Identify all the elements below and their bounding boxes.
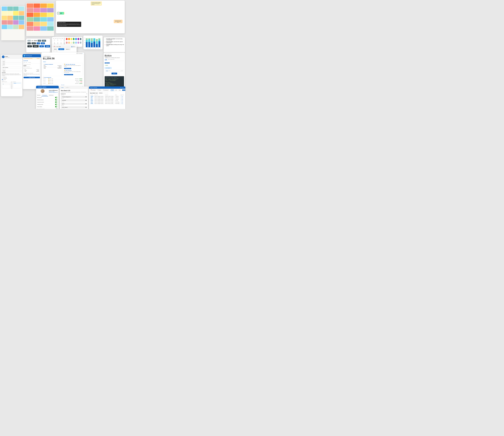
all-items-radio[interactable]: All items	[2, 79, 21, 80]
list-btn[interactable]: List	[115, 89, 117, 91]
tab-permissions[interactable]: Permissions	[41, 94, 48, 96]
contact-email[interactable]: aarillowson@gmail.com	[49, 92, 58, 93]
cal-day-cell[interactable]: 12	[59, 43, 63, 44]
enable-reminders-btn[interactable]: Enable rent reminders	[64, 74, 73, 75]
batch-item-cell: Actual vs. Budget Comparis...	[94, 103, 105, 104]
iteration-select[interactable]: Entities	[2, 70, 21, 72]
schedule-btn[interactable]: 📅 Schedule	[90, 89, 96, 91]
controls-tab[interactable]: Controls	[114, 77, 117, 78]
selected-item[interactable]: Entities	[13, 83, 21, 84]
button-seg[interactable]: Button	[53, 48, 58, 50]
aa-large-btn[interactable]: AA	[27, 45, 32, 47]
cal-day-cell[interactable]: 5	[59, 42, 63, 43]
permission-toggle[interactable]	[55, 104, 58, 105]
view-btn[interactable]: View	[111, 89, 114, 91]
color-swatch[interactable]	[80, 42, 81, 44]
grid-icon[interactable]: ⊞	[122, 87, 123, 88]
tab-notifications[interactable]: Notifications	[48, 94, 54, 96]
contact-phone[interactable]: (310) 123-4567	[49, 91, 58, 92]
aa-darker-btn[interactable]: AA	[27, 42, 31, 44]
color-swatch[interactable]	[68, 42, 70, 44]
include-radio-btn[interactable]	[2, 77, 3, 78]
color-swatch[interactable]	[77, 38, 79, 40]
permission-toggle[interactable]	[55, 106, 58, 107]
move-left-btn[interactable]: ‹	[11, 83, 12, 85]
username-select[interactable]: lgreen	[2, 63, 21, 65]
all-items-radio-btn[interactable]	[2, 79, 3, 80]
actions-tab[interactable]: Actions	[111, 77, 113, 78]
aaa-darker-btn[interactable]: AAA	[32, 42, 36, 44]
user-icon[interactable]: ☺	[123, 87, 124, 88]
database-select[interactable]: FBLR_Manual	[2, 67, 21, 68]
color-swatch[interactable]	[71, 42, 72, 44]
username-select[interactable]: lgreen	[61, 103, 87, 105]
aaa-large-btn[interactable]: AAA	[33, 45, 39, 47]
iter-collapse-icon[interactable]: ∧	[87, 93, 87, 94]
back-btn[interactable]: ‹ Back	[61, 87, 64, 88]
aaa-blue-btn[interactable]: AAA	[41, 42, 45, 44]
aa-dark-btn[interactable]: AA	[38, 40, 41, 42]
aa-blue-large-btn[interactable]: AA	[39, 45, 44, 47]
color-swatch[interactable]	[75, 38, 77, 40]
view-link[interactable]: 📄 View	[120, 102, 123, 102]
cal-day-cell[interactable]: 11	[56, 43, 59, 44]
enable-autopay-main-btn[interactable]: Enable auto pay	[64, 68, 71, 69]
share-btn[interactable]: ⬆ Share	[97, 89, 102, 91]
permission-toggle[interactable]	[55, 101, 58, 103]
notes-tab[interactable]: Notes	[108, 70, 110, 71]
save-btn[interactable]: Save	[118, 89, 121, 91]
color-swatch[interactable]	[66, 38, 68, 40]
exclude-radio[interactable]: Exclude list	[2, 78, 21, 79]
color-swatch[interactable]	[80, 38, 81, 40]
option-a-seg[interactable]: Option A	[58, 48, 64, 50]
cal-day-cell[interactable]: 10	[53, 43, 56, 44]
color-swatch[interactable]	[71, 38, 72, 40]
settings-icon[interactable]: ⚙	[120, 87, 121, 88]
permission-toggle[interactable]	[55, 97, 58, 98]
generate-btn[interactable]: Generate	[122, 89, 125, 91]
see-more-btn[interactable]: See more	[43, 84, 83, 85]
cal-day-cell[interactable]: 3	[53, 42, 56, 43]
view-link[interactable]: 📄 View	[120, 103, 123, 104]
view-link[interactable]: 📄 View	[120, 98, 123, 98]
aa-blue-btn[interactable]: AA	[36, 42, 40, 44]
dropdown-icon[interactable]: ▾	[82, 53, 83, 54]
username-input[interactable]	[2, 61, 21, 63]
canvas-tab[interactable]: Canvas	[106, 70, 108, 71]
aaa-blue-large-btn[interactable]: AAA	[45, 45, 50, 47]
database-select[interactable]: FBLR_Manual	[61, 106, 87, 108]
accessibility-tab[interactable]: Accessibility	[105, 77, 110, 78]
tab-numbers[interactable]: Numbers	[36, 94, 41, 96]
color-swatch[interactable]	[73, 42, 74, 44]
view-link[interactable]: 📄 View	[120, 99, 123, 100]
view-link[interactable]: 📄 View	[120, 101, 123, 101]
enable-autopay-btn[interactable]: Enable auto pay	[24, 77, 40, 78]
color-swatch[interactable]	[66, 42, 68, 44]
color-swatch[interactable]	[68, 38, 70, 40]
permission-toggle[interactable]	[55, 108, 58, 109]
back-arrow-icon[interactable]: ‹	[37, 86, 38, 88]
exclude-radio-btn[interactable]	[2, 78, 3, 79]
aaa-dark-btn[interactable]: AAA	[42, 40, 46, 42]
view-link[interactable]: 📄 View	[120, 96, 123, 97]
tab-usage[interactable]: Usage	[105, 59, 107, 60]
client-id-select[interactable]: MNQWEB	[61, 100, 87, 101]
cal-day-cell[interactable]: 4	[56, 42, 59, 43]
tab-web-components[interactable]: Web components	[108, 59, 114, 60]
move-up-btn[interactable]: ∧	[11, 85, 12, 87]
move-right-btn[interactable]: ›	[11, 81, 12, 83]
permission-toggle[interactable]	[55, 99, 58, 101]
add-search[interactable]	[2, 83, 10, 85]
batch-desc: The batch item will be generated once fo…	[61, 92, 87, 93]
color-swatch[interactable]	[77, 42, 79, 44]
download-btn[interactable]: ⬇ Download ▾	[102, 89, 109, 91]
preview-button[interactable]: Button	[111, 73, 117, 74]
include-radio[interactable]: Include list	[2, 77, 21, 78]
application-select[interactable]: Property Management X	[61, 96, 87, 98]
color-swatch[interactable]	[73, 38, 74, 40]
iterations-input[interactable]	[99, 92, 108, 94]
date-input[interactable]: 📅 7 / 14 / 2022 👤 ⚙ ▾	[53, 46, 76, 48]
option-b-seg[interactable]: Option B	[65, 48, 71, 50]
color-swatch[interactable]	[75, 42, 77, 44]
move-down-btn[interactable]: ∨	[11, 87, 12, 89]
